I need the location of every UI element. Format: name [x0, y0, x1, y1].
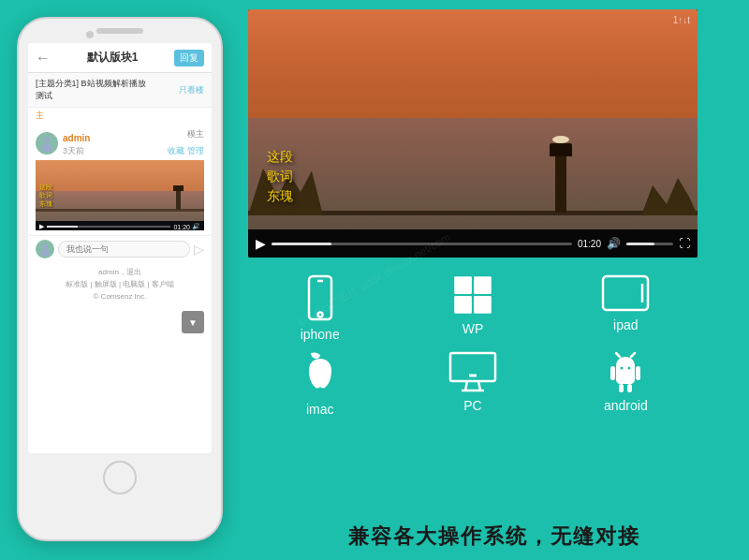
imac-icon — [301, 351, 339, 396]
pc-label: PC — [463, 398, 481, 413]
svg-line-14 — [465, 381, 467, 391]
large-lighthouse-light — [552, 136, 569, 143]
thread-author: 主 — [28, 108, 212, 124]
svg-line-19 — [631, 353, 635, 357]
footer-user: admin，退出 — [36, 267, 204, 279]
post-actions[interactable]: 收藏 管理 — [168, 145, 204, 157]
phone-home-button[interactable] — [103, 461, 137, 494]
post-time: 3天前 — [63, 145, 84, 157]
icon-item-ipad: ipad — [554, 274, 698, 342]
svg-rect-20 — [610, 366, 615, 380]
video-play-btn[interactable]: ▶ — [256, 236, 266, 251]
svg-point-3 — [40, 250, 49, 257]
svg-rect-10 — [474, 296, 492, 314]
footer-copyright: © Comsenz Inc. — [36, 291, 204, 303]
svg-line-15 — [478, 381, 480, 391]
phone-lyrics: 这段 歌词 东瑰 — [39, 183, 52, 208]
svg-point-0 — [44, 137, 51, 143]
reply-button[interactable]: 回复 — [174, 50, 204, 66]
comment-input[interactable] — [58, 241, 190, 258]
send-icon[interactable]: ▷ — [194, 242, 204, 257]
phone-camera — [86, 31, 94, 38]
imac-label: imac — [306, 402, 334, 417]
phone-time: 01:20 — [173, 224, 190, 230]
comment-avatar — [36, 240, 54, 258]
large-lighthouse-top — [550, 143, 572, 156]
volume-bar[interactable] — [626, 243, 673, 245]
post-area: admin 模主 3天前 收藏 管理 — [28, 124, 212, 235]
phone-progress-bar[interactable] — [47, 226, 170, 228]
phone-video-thumb[interactable]: 这段 歌词 东瑰 ▶ 01:20 🔊 — [36, 160, 204, 230]
post-username: admin — [63, 133, 90, 143]
svg-point-25 — [628, 367, 631, 370]
phone-play-btn[interactable]: ▶ — [39, 223, 44, 230]
video-time: 01:20 — [578, 239, 601, 249]
video-progress-bar[interactable] — [272, 243, 572, 245]
phone-screen: ← 默认版块1 回复 [主题分类1] B站视频解析播放测试 只看楼 主 — [28, 43, 212, 453]
large-lighthouse — [555, 156, 566, 213]
phone-video-controls[interactable]: ▶ 01:20 🔊 — [36, 221, 204, 230]
footer-links: admin，退出 标准版 | 触屏版 | 电脑版 | 客户端 © Comsenz… — [28, 262, 212, 307]
lighthouse — [176, 191, 181, 210]
icon-item-wp: WP — [401, 274, 544, 342]
wp-label: WP — [463, 321, 484, 336]
icon-item-iphone: iphone — [248, 274, 391, 342]
svg-rect-7 — [454, 276, 472, 294]
ipad-icon — [601, 274, 650, 312]
device-icons-grid: iphone WP ipad — [248, 274, 698, 417]
phone-video-image: 这段 歌词 东瑰 — [36, 160, 204, 221]
phone-speaker — [96, 28, 143, 34]
back-button[interactable]: ← — [36, 50, 51, 66]
right-content-area: 这段 歌词 东瑰 1↑↓t ▶ 01:20 🔊 ⛶ — [248, 9, 740, 551]
phone-progress-fill — [47, 226, 78, 228]
svg-rect-9 — [454, 296, 472, 314]
iphone-icon — [303, 274, 337, 321]
wp-icon — [452, 274, 493, 316]
fullscreen-btn[interactable]: ⛶ — [679, 237, 690, 250]
post-user-row: admin 模主 3天前 收藏 管理 — [36, 128, 204, 157]
svg-line-18 — [616, 353, 620, 357]
svg-point-24 — [621, 367, 624, 370]
post-avatar — [36, 132, 58, 155]
android-label: android — [604, 398, 648, 413]
ipad-label: ipad — [613, 317, 638, 332]
screen-header: ← 默认版块1 回复 — [28, 43, 212, 73]
scroll-btn-area: ▼ — [28, 307, 212, 337]
thread-title-text: [主题分类1] B站视频解析播放测试 — [36, 78, 148, 102]
post-role: 模主 — [187, 128, 204, 140]
svg-point-1 — [41, 143, 52, 151]
svg-point-6 — [317, 313, 322, 317]
android-icon — [609, 351, 642, 392]
svg-rect-21 — [636, 366, 640, 380]
svg-rect-23 — [627, 384, 632, 392]
video-controls: ▶ 01:20 🔊 ⛶ — [248, 229, 698, 258]
scroll-down-btn[interactable]: ▼ — [182, 311, 204, 333]
screen-title: 默认版块1 — [87, 50, 139, 66]
icon-item-pc: PC — [401, 351, 544, 417]
footer-nav-links[interactable]: 标准版 | 触屏版 | 电脑版 | 客户端 — [36, 279, 204, 291]
video-progress-fill — [272, 243, 331, 245]
svg-point-2 — [42, 244, 47, 249]
pc-icon — [448, 351, 497, 392]
icon-item-android: android — [554, 351, 698, 417]
comment-input-area: ▷ — [28, 235, 212, 262]
phone-volume-icon[interactable]: 🔊 — [192, 223, 200, 230]
only-look-link[interactable]: 只看楼 — [179, 84, 204, 96]
icon-item-imac: imac — [248, 351, 391, 417]
svg-rect-22 — [619, 384, 624, 392]
bottom-text: 兼容各大操作系统，无缝对接 — [248, 523, 740, 551]
video-top-info: 1↑↓t — [673, 15, 690, 25]
thread-title-row: [主题分类1] B站视频解析播放测试 只看楼 — [28, 73, 212, 108]
lighthouse-top — [173, 185, 184, 191]
video-player[interactable]: 这段 歌词 东瑰 1↑↓t ▶ 01:20 🔊 ⛶ — [248, 9, 698, 258]
post-meta: admin 模主 3天前 收藏 管理 — [63, 128, 204, 157]
large-lyrics: 这段 歌词 东瑰 — [267, 147, 293, 206]
volume-fill — [626, 243, 654, 245]
svg-rect-8 — [474, 276, 492, 294]
iphone-label: iphone — [301, 327, 340, 342]
volume-icon[interactable]: 🔊 — [607, 237, 621, 250]
phone-mockup: ← 默认版块1 回复 [主题分类1] B站视频解析播放测试 只看楼 主 — [17, 17, 223, 541]
